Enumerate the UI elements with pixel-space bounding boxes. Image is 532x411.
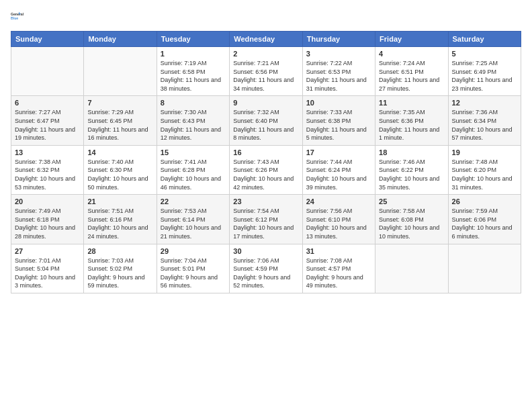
day-detail: Sunrise: 7:51 AM Sunset: 6:16 PM Dayligh… (87, 207, 152, 240)
calendar-header-saturday: Saturday (448, 32, 521, 47)
calendar-cell: 19Sunrise: 7:48 AM Sunset: 6:20 PM Dayli… (448, 145, 521, 194)
day-detail: Sunrise: 7:27 AM Sunset: 6:47 PM Dayligh… (15, 108, 80, 142)
day-number: 22 (161, 197, 226, 205)
day-number: 20 (15, 197, 80, 205)
day-number: 17 (306, 148, 371, 156)
calendar-table: SundayMondayTuesdayWednesdayThursdayFrid… (11, 31, 521, 293)
day-detail: Sunrise: 7:43 AM Sunset: 6:26 PM Dayligh… (233, 158, 298, 191)
day-detail: Sunrise: 7:53 AM Sunset: 6:14 PM Dayligh… (161, 207, 226, 240)
day-detail: Sunrise: 7:06 AM Sunset: 4:59 PM Dayligh… (233, 257, 298, 290)
calendar-cell: 23Sunrise: 7:54 AM Sunset: 6:12 PM Dayli… (230, 195, 302, 244)
calendar-cell (11, 47, 84, 96)
calendar-cell: 8Sunrise: 7:30 AM Sunset: 6:43 PM Daylig… (157, 96, 229, 145)
calendar-cell (448, 244, 521, 293)
calendar-cell: 4Sunrise: 7:24 AM Sunset: 6:51 PM Daylig… (375, 47, 448, 96)
calendar-week-row: 20Sunrise: 7:49 AM Sunset: 6:18 PM Dayli… (11, 195, 521, 244)
calendar-cell: 25Sunrise: 7:58 AM Sunset: 6:08 PM Dayli… (375, 195, 448, 244)
calendar-header-tuesday: Tuesday (157, 32, 229, 47)
day-number: 19 (452, 148, 517, 156)
calendar-header-row: SundayMondayTuesdayWednesdayThursdayFrid… (11, 32, 521, 47)
calendar-cell: 31Sunrise: 7:08 AM Sunset: 4:57 PM Dayli… (302, 244, 375, 293)
day-detail: Sunrise: 7:29 AM Sunset: 6:45 PM Dayligh… (87, 108, 152, 142)
calendar-cell: 28Sunrise: 7:03 AM Sunset: 5:02 PM Dayli… (84, 244, 157, 293)
day-detail: Sunrise: 7:48 AM Sunset: 6:20 PM Dayligh… (452, 158, 517, 191)
calendar-cell: 21Sunrise: 7:51 AM Sunset: 6:16 PM Dayli… (84, 195, 157, 244)
day-number: 2 (233, 50, 298, 58)
day-number: 29 (161, 247, 226, 255)
day-number: 27 (15, 247, 80, 255)
calendar-header-thursday: Thursday (302, 32, 375, 47)
day-number: 1 (161, 50, 226, 58)
day-detail: Sunrise: 7:46 AM Sunset: 6:22 PM Dayligh… (379, 158, 444, 191)
day-detail: Sunrise: 7:59 AM Sunset: 6:06 PM Dayligh… (452, 207, 517, 240)
calendar-cell: 27Sunrise: 7:01 AM Sunset: 5:04 PM Dayli… (11, 244, 84, 293)
day-detail: Sunrise: 7:19 AM Sunset: 6:58 PM Dayligh… (161, 59, 226, 93)
day-number: 23 (233, 197, 298, 205)
day-detail: Sunrise: 7:25 AM Sunset: 6:49 PM Dayligh… (452, 59, 517, 93)
calendar-cell: 15Sunrise: 7:41 AM Sunset: 6:28 PM Dayli… (157, 145, 229, 194)
day-number: 16 (233, 148, 298, 156)
day-number: 12 (452, 99, 517, 107)
calendar-cell: 9Sunrise: 7:32 AM Sunset: 6:40 PM Daylig… (230, 96, 302, 145)
day-detail: Sunrise: 7:03 AM Sunset: 5:02 PM Dayligh… (87, 257, 152, 290)
calendar-cell: 26Sunrise: 7:59 AM Sunset: 6:06 PM Dayli… (448, 195, 521, 244)
day-detail: Sunrise: 7:54 AM Sunset: 6:12 PM Dayligh… (233, 207, 298, 240)
calendar-cell: 6Sunrise: 7:27 AM Sunset: 6:47 PM Daylig… (11, 96, 84, 145)
day-number: 5 (452, 50, 517, 58)
day-detail: Sunrise: 7:58 AM Sunset: 6:08 PM Dayligh… (379, 207, 444, 240)
calendar-week-row: 27Sunrise: 7:01 AM Sunset: 5:04 PM Dayli… (11, 244, 521, 293)
day-detail: Sunrise: 7:32 AM Sunset: 6:40 PM Dayligh… (233, 108, 298, 142)
calendar-cell (375, 244, 448, 293)
day-detail: Sunrise: 7:21 AM Sunset: 6:56 PM Dayligh… (233, 59, 298, 93)
day-detail: Sunrise: 7:49 AM Sunset: 6:18 PM Dayligh… (15, 207, 80, 240)
day-detail: Sunrise: 7:44 AM Sunset: 6:24 PM Dayligh… (306, 158, 371, 191)
calendar-cell: 12Sunrise: 7:36 AM Sunset: 6:34 PM Dayli… (448, 96, 521, 145)
calendar-cell: 11Sunrise: 7:35 AM Sunset: 6:36 PM Dayli… (375, 96, 448, 145)
logo-icon: General Blue (11, 7, 30, 26)
svg-text:Blue: Blue (11, 16, 18, 20)
calendar-cell: 24Sunrise: 7:56 AM Sunset: 6:10 PM Dayli… (302, 195, 375, 244)
day-number: 13 (15, 148, 80, 156)
day-detail: Sunrise: 7:41 AM Sunset: 6:28 PM Dayligh… (161, 158, 226, 191)
day-detail: Sunrise: 7:01 AM Sunset: 5:04 PM Dayligh… (15, 257, 80, 290)
calendar-cell: 2Sunrise: 7:21 AM Sunset: 6:56 PM Daylig… (230, 47, 302, 96)
day-number: 7 (87, 99, 152, 107)
calendar-cell: 13Sunrise: 7:38 AM Sunset: 6:32 PM Dayli… (11, 145, 84, 194)
calendar-cell: 22Sunrise: 7:53 AM Sunset: 6:14 PM Dayli… (157, 195, 229, 244)
day-detail: Sunrise: 7:56 AM Sunset: 6:10 PM Dayligh… (306, 207, 371, 240)
day-number: 10 (306, 99, 371, 107)
day-number: 18 (379, 148, 444, 156)
day-number: 30 (233, 247, 298, 255)
day-number: 4 (379, 50, 444, 58)
calendar-cell: 7Sunrise: 7:29 AM Sunset: 6:45 PM Daylig… (84, 96, 157, 145)
calendar-cell: 17Sunrise: 7:44 AM Sunset: 6:24 PM Dayli… (302, 145, 375, 194)
day-number: 15 (161, 148, 226, 156)
day-number: 25 (379, 197, 444, 205)
day-detail: Sunrise: 7:24 AM Sunset: 6:51 PM Dayligh… (379, 59, 444, 93)
calendar-cell: 1Sunrise: 7:19 AM Sunset: 6:58 PM Daylig… (157, 47, 229, 96)
svg-text:General: General (11, 12, 24, 16)
day-number: 6 (15, 99, 80, 107)
calendar-cell: 5Sunrise: 7:25 AM Sunset: 6:49 PM Daylig… (448, 47, 521, 96)
logo: General Blue (11, 7, 30, 26)
calendar-cell: 20Sunrise: 7:49 AM Sunset: 6:18 PM Dayli… (11, 195, 84, 244)
calendar-header-monday: Monday (84, 32, 157, 47)
day-number: 28 (87, 247, 152, 255)
day-number: 14 (87, 148, 152, 156)
calendar-cell: 10Sunrise: 7:33 AM Sunset: 6:38 PM Dayli… (302, 96, 375, 145)
day-number: 3 (306, 50, 371, 58)
calendar-cell: 30Sunrise: 7:06 AM Sunset: 4:59 PM Dayli… (230, 244, 302, 293)
day-number: 9 (233, 99, 298, 107)
day-number: 31 (306, 247, 371, 255)
day-detail: Sunrise: 7:35 AM Sunset: 6:36 PM Dayligh… (379, 108, 444, 142)
calendar-week-row: 1Sunrise: 7:19 AM Sunset: 6:58 PM Daylig… (11, 47, 521, 96)
day-detail: Sunrise: 7:22 AM Sunset: 6:53 PM Dayligh… (306, 59, 371, 93)
calendar-week-row: 13Sunrise: 7:38 AM Sunset: 6:32 PM Dayli… (11, 145, 521, 194)
calendar-cell: 29Sunrise: 7:04 AM Sunset: 5:01 PM Dayli… (157, 244, 229, 293)
day-number: 11 (379, 99, 444, 107)
day-detail: Sunrise: 7:04 AM Sunset: 5:01 PM Dayligh… (161, 257, 226, 290)
day-detail: Sunrise: 7:33 AM Sunset: 6:38 PM Dayligh… (306, 108, 371, 142)
day-number: 26 (452, 197, 517, 205)
day-detail: Sunrise: 7:38 AM Sunset: 6:32 PM Dayligh… (15, 158, 80, 191)
day-detail: Sunrise: 7:30 AM Sunset: 6:43 PM Dayligh… (161, 108, 226, 142)
